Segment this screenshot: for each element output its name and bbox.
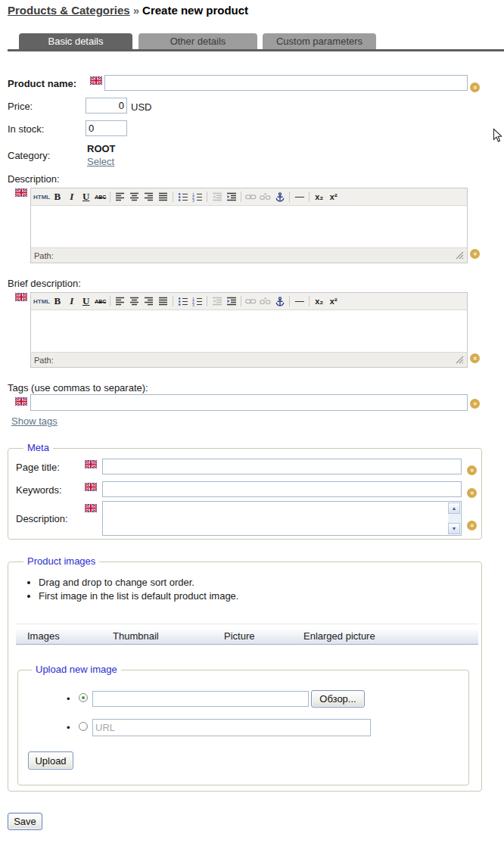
description-edit-area[interactable]	[31, 205, 467, 248]
textarea-scrollbar[interactable]: ▲ ▼	[448, 502, 460, 534]
align-justify-icon[interactable]	[156, 190, 170, 204]
price-label: Price:	[8, 101, 33, 112]
page-title: Create new product	[142, 4, 248, 17]
note-item: First image in the list is default produ…	[39, 589, 238, 603]
brief-description-label: Brief description:	[8, 278, 81, 289]
toolbar-separator	[207, 191, 207, 202]
product-images-legend: Product images	[23, 555, 99, 567]
column-header-images: Images	[27, 630, 60, 642]
toolbar-separator	[289, 191, 290, 202]
keywords-label: Keywords:	[16, 484, 62, 496]
insert-link-icon[interactable]	[244, 294, 258, 308]
uk-flag-icon	[15, 188, 27, 197]
tags-input[interactable]	[30, 394, 468, 411]
list-bullet: •	[67, 693, 70, 705]
align-right-icon[interactable]	[142, 294, 156, 308]
anchor-icon[interactable]	[272, 294, 287, 308]
uk-flag-icon	[15, 397, 27, 406]
create-product-page: Products & Categories»Create new product…	[0, 0, 504, 843]
save-button[interactable]: Save	[8, 813, 42, 830]
upload-file-input[interactable]	[92, 691, 309, 707]
tab-basic-details[interactable]: Basic details	[19, 33, 132, 49]
category-select-link[interactable]: Select	[87, 156, 114, 167]
unlink-icon[interactable]	[258, 294, 272, 308]
breadcrumb-separator: »	[130, 4, 142, 17]
outdent-icon[interactable]	[210, 294, 224, 308]
category-label: Category:	[8, 150, 50, 161]
uk-flag-icon	[85, 483, 97, 491]
meta-fieldset: Meta Page title: » Keywords: » Descripti…	[8, 448, 482, 540]
expand-languages-icon[interactable]: »	[467, 521, 477, 530]
tab-custom-parameters[interactable]: Custom parameters	[263, 33, 376, 49]
numbered-list-icon[interactable]: 123	[190, 190, 204, 204]
column-header-thumbnail: Thumbnail	[113, 630, 159, 642]
numbered-list-icon[interactable]: 123	[190, 294, 204, 308]
expand-languages-icon[interactable]: »	[470, 249, 480, 259]
align-right-icon[interactable]	[142, 190, 156, 204]
anchor-icon[interactable]	[272, 190, 287, 204]
subscript-icon[interactable]: x₂	[312, 294, 326, 308]
horizontal-rule-icon[interactable]: —	[292, 294, 306, 308]
align-justify-icon[interactable]	[156, 294, 170, 308]
italic-icon[interactable]: I	[64, 294, 79, 308]
align-center-icon[interactable]	[127, 190, 142, 204]
italic-icon[interactable]: I	[64, 190, 79, 204]
scroll-down-icon[interactable]: ▼	[448, 523, 460, 534]
product-name-input[interactable]	[104, 75, 468, 91]
resize-grip-icon[interactable]	[456, 356, 464, 364]
underline-icon[interactable]: U	[79, 294, 93, 308]
bold-icon[interactable]: B	[50, 294, 64, 308]
brief-description-edit-area[interactable]	[31, 310, 467, 353]
expand-languages-icon[interactable]: »	[467, 465, 477, 475]
unlink-icon[interactable]	[258, 190, 272, 204]
scroll-up-icon[interactable]: ▲	[448, 502, 460, 514]
upload-url-input[interactable]	[92, 719, 371, 736]
underline-icon[interactable]: U	[79, 190, 93, 204]
subscript-icon[interactable]: x₂	[312, 190, 326, 204]
outdent-icon[interactable]	[210, 190, 224, 204]
strikethrough-icon[interactable]: ABC	[93, 190, 107, 204]
product-name-label: Product name:	[8, 78, 76, 89]
upload-url-radio[interactable]	[79, 722, 88, 731]
align-left-icon[interactable]	[113, 294, 127, 308]
strikethrough-icon[interactable]: ABC	[93, 294, 107, 308]
horizontal-rule-icon[interactable]: —	[292, 190, 306, 204]
expand-languages-icon[interactable]: »	[470, 399, 480, 409]
image-notes-list: Drag and drop to change sort order. Firs…	[23, 576, 238, 603]
upload-file-radio[interactable]	[79, 693, 88, 702]
align-left-icon[interactable]	[113, 190, 127, 204]
superscript-icon[interactable]: x²	[326, 190, 341, 204]
description-editor: HTML B I U ABC 123 — x₂ x²	[30, 188, 468, 263]
upload-button[interactable]: Upload	[28, 751, 73, 770]
uk-flag-icon	[85, 504, 97, 512]
upload-new-image-fieldset: Upload new image • Обзор... • Upload	[17, 670, 469, 785]
expand-languages-icon[interactable]: »	[467, 488, 477, 498]
expand-languages-icon[interactable]: »	[470, 82, 480, 92]
indent-icon[interactable]	[224, 190, 238, 204]
html-source-icon[interactable]: HTML	[33, 190, 50, 204]
superscript-icon[interactable]: x²	[326, 294, 341, 308]
price-input[interactable]	[86, 98, 127, 114]
stock-input[interactable]	[86, 120, 127, 136]
tab-other-details[interactable]: Other details	[138, 33, 257, 49]
toolbar-separator	[309, 296, 310, 306]
resize-grip-icon[interactable]	[456, 251, 464, 260]
browse-button[interactable]: Обзор...	[311, 690, 365, 708]
insert-link-icon[interactable]	[244, 190, 258, 204]
stock-label: In stock:	[8, 123, 44, 135]
show-tags-link[interactable]: Show tags	[11, 415, 58, 427]
align-center-icon[interactable]	[127, 294, 142, 308]
meta-description-textarea[interactable]: ▲ ▼	[102, 501, 462, 536]
meta-page-title-input[interactable]	[102, 459, 462, 474]
expand-languages-icon[interactable]: »	[470, 353, 480, 363]
meta-keywords-input[interactable]	[102, 481, 462, 497]
bold-icon[interactable]: B	[50, 190, 64, 204]
bullet-list-icon[interactable]	[176, 190, 190, 204]
html-source-icon[interactable]: HTML	[33, 294, 50, 308]
indent-icon[interactable]	[224, 294, 238, 308]
table-top-divider	[16, 624, 478, 624]
bullet-list-icon[interactable]	[176, 294, 190, 308]
breadcrumb-parent-link[interactable]: Products & Categories	[8, 4, 130, 17]
toolbar-separator	[241, 191, 241, 202]
mouse-cursor-icon	[493, 128, 502, 143]
